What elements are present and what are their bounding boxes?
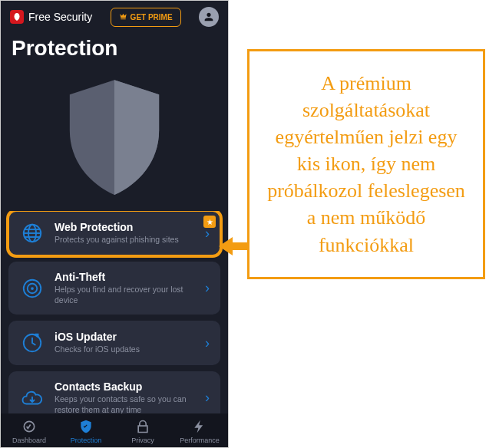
feature-card-ios-updater[interactable]: iOS UpdaterChecks for iOS updates› — [8, 321, 220, 365]
brand: Free Security — [10, 10, 92, 24]
user-icon — [203, 11, 215, 23]
card-text: Contacts BackupKeeps your contacts safe … — [55, 380, 196, 413]
tab-privacy-icon — [134, 418, 151, 435]
crown-icon — [119, 12, 127, 22]
target-icon — [19, 275, 45, 301]
tab-label: Performance — [180, 436, 220, 444]
card-title: iOS Updater — [55, 331, 196, 343]
card-title: Web Protection — [55, 221, 196, 233]
app-header: Free Security GET PRIME — [1, 1, 228, 33]
card-text: Web ProtectionProtects you against phish… — [55, 221, 196, 245]
tab-protection-icon — [78, 418, 94, 435]
tab-performance[interactable]: Performance — [171, 418, 228, 444]
get-prime-label: GET PRIME — [131, 13, 173, 21]
card-text: Anti-TheftHelps you find and recover you… — [55, 271, 196, 305]
feature-card-web-protection[interactable]: Web ProtectionProtects you against phish… — [8, 211, 220, 255]
tab-dashboard[interactable]: Dashboard — [1, 418, 58, 444]
shield-icon — [57, 74, 172, 197]
card-title: Anti-Theft — [55, 271, 196, 283]
shield-graphic — [1, 67, 228, 211]
tab-dashboard-icon — [21, 418, 38, 435]
cloud-icon — [19, 385, 45, 411]
callout-text: A prémium szolgáltatásokat egyértelműen … — [263, 70, 469, 259]
tab-performance-icon — [191, 418, 208, 435]
brand-logo-icon — [10, 10, 24, 24]
card-text: iOS UpdaterChecks for iOS updates — [55, 331, 196, 355]
tab-label: Privacy — [131, 436, 154, 444]
tab-protection[interactable]: Protection — [58, 418, 114, 444]
feature-card-anti-theft[interactable]: Anti-TheftHelps you find and recover you… — [8, 262, 220, 315]
card-subtitle: Protects you against phishing sites — [55, 235, 196, 245]
card-subtitle: Helps you find and recover your lost dev… — [55, 285, 196, 305]
card-subtitle: Checks for iOS updates — [55, 344, 196, 355]
refresh-icon — [19, 330, 45, 356]
svg-point-7 — [31, 287, 34, 290]
tab-bar: DashboardProtectionPrivacyPerformance — [1, 413, 228, 447]
tab-privacy[interactable]: Privacy — [114, 418, 171, 444]
card-title: Contacts Backup — [55, 380, 196, 393]
chevron-right-icon: › — [205, 280, 210, 296]
get-prime-button[interactable]: GET PRIME — [111, 8, 181, 27]
premium-star-icon: ★ — [203, 216, 216, 228]
tab-label: Protection — [71, 436, 102, 444]
chevron-right-icon: › — [205, 390, 210, 406]
avatar-button[interactable] — [199, 7, 219, 27]
feature-card-contacts-backup[interactable]: Contacts BackupKeeps your contacts safe … — [8, 371, 220, 413]
card-subtitle: Keeps your contacts safe so you can rest… — [55, 394, 196, 413]
app-screen: Free Security GET PRIME Protection Web P… — [0, 0, 229, 448]
chevron-right-icon: › — [205, 335, 210, 351]
brand-name: Free Security — [28, 11, 92, 23]
tab-label: Dashboard — [12, 436, 46, 444]
feature-cards: Web ProtectionProtects you against phish… — [1, 211, 228, 413]
page-title: Protection — [1, 33, 228, 67]
callout-box: A prémium szolgáltatásokat egyértelműen … — [247, 49, 485, 279]
globe-icon — [19, 220, 45, 246]
